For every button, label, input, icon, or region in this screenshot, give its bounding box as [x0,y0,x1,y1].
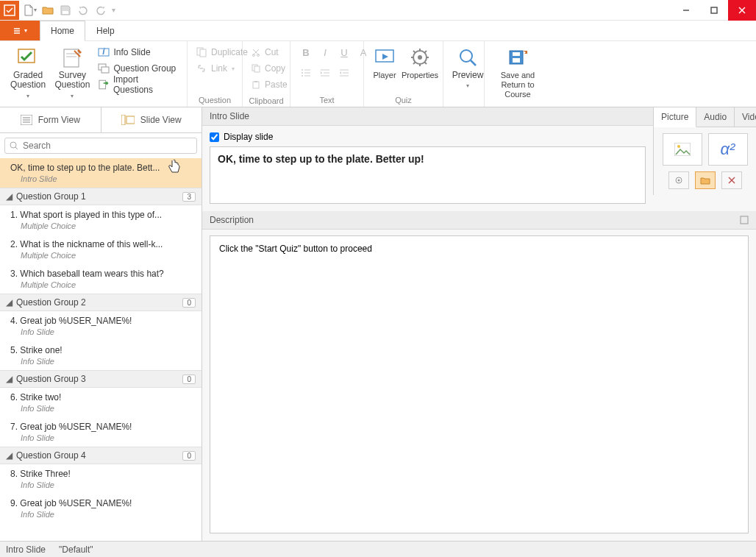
svg-rect-19 [200,49,206,57]
question-item[interactable]: 8. Strike Three!Info Slide [0,464,202,494]
import-questions-button[interactable]: Import Questions [95,77,181,93]
svg-rect-58 [121,115,125,125]
search-box[interactable] [4,138,197,154]
save-return-button[interactable]: Save and Return to Course [491,44,545,101]
group-header[interactable]: ◢Question Group 13 [0,188,202,205]
group-header[interactable]: ◢Question Group 30 [0,370,202,388]
svg-rect-24 [253,82,259,88]
left-panel: Form View Slide View OK, time to step up… [0,107,202,541]
svg-rect-1 [63,11,68,14]
bullet-list-icon[interactable] [299,66,313,79]
minimize-button[interactable] [672,0,700,21]
question-item[interactable]: 2. What is the nickname of this well-k..… [0,235,202,264]
ribbon-tab-strip: ▾ Home Help [0,21,756,41]
window-controls [672,0,756,21]
tab-home[interactable]: Home [40,21,85,41]
player-button[interactable]: Player [370,44,399,82]
formula-thumbnail[interactable]: α² [708,133,748,166]
ribbon-panel: Graded Question ▾ Survey Question ▾ i In… [0,41,756,107]
paste-button[interactable]: Paste [249,77,290,93]
close-button[interactable] [728,0,756,21]
underline-icon[interactable]: U [338,46,351,59]
svg-rect-52 [513,58,520,63]
editor-panel: Intro Slide Display slide OK, time to st… [202,107,756,541]
question-item[interactable]: 4. Great job %USER_NAME%!Info Slide [0,311,202,341]
file-tab[interactable]: ▾ [0,21,40,40]
survey-question-button[interactable]: Survey Question ▾ [50,44,94,102]
new-file-icon[interactable]: ▾ [24,4,37,17]
question-item[interactable]: 6. Strike two!Info Slide [0,388,202,417]
group-label-question: Question [188,95,242,107]
graded-question-button[interactable]: Graded Question ▾ [6,44,50,102]
maximize-button[interactable] [700,0,728,21]
app-icon [0,1,19,20]
tab-form-view[interactable]: Form View [0,107,101,132]
bold-icon[interactable]: B [299,46,313,59]
slide-list: OK, time to step up to the plate. Bett..… [0,158,202,541]
link-button[interactable]: Link▾ [193,60,238,77]
svg-point-63 [677,145,680,148]
outdent-icon[interactable] [318,66,332,79]
svg-point-28 [302,72,303,74]
save-icon[interactable] [59,4,72,17]
svg-point-21 [257,54,260,57]
titlebar: ▾ ▾ [0,0,756,21]
svg-point-20 [253,54,255,57]
svg-rect-68 [741,216,748,224]
svg-point-30 [302,75,303,77]
svg-rect-3 [711,7,717,13]
indent-icon[interactable] [338,66,351,79]
description-textbox[interactable]: Click the "Start Quiz" button to proceed [210,235,749,533]
italic-icon[interactable]: I [318,46,332,59]
svg-rect-53 [513,52,520,56]
preview-button[interactable]: Preview▾ [449,44,486,92]
search-input[interactable] [23,141,192,151]
media-open-button[interactable] [695,171,716,189]
title-textbox[interactable]: OK, time to step up to the plate. Better… [210,146,646,204]
display-slide-checkbox[interactable]: Display slide [210,132,646,142]
search-icon [10,141,18,150]
svg-rect-23 [254,66,260,72]
undo-icon[interactable] [76,4,90,17]
question-item[interactable]: 9. Great job %USER_NAME%!Info Slide [0,494,202,523]
tab-video[interactable]: Video [735,107,756,127]
group-header[interactable]: ◢Question Group 40 [0,447,202,464]
svg-point-60 [10,142,16,148]
svg-point-26 [302,69,303,71]
svg-line-47 [413,62,416,64]
group-label-text: Text [290,95,363,107]
group-header[interactable]: ◢Question Group 20 [0,294,202,311]
group-label-clipboard: Clipboard [243,96,290,107]
svg-rect-16 [101,67,109,73]
svg-rect-17 [99,80,105,89]
media-delete-button[interactable] [721,171,742,189]
svg-rect-25 [254,81,257,82]
cut-button[interactable]: Cut [249,44,282,60]
expand-icon[interactable] [740,216,749,224]
question-item[interactable]: 1. What sport is played in this type of.… [0,205,202,235]
quick-access-toolbar: ▾ ▾ [19,4,120,17]
svg-line-61 [15,147,18,149]
tab-picture[interactable]: Picture [654,107,696,127]
status-template: "Default" [59,544,93,555]
question-item[interactable]: 7. Great job %USER_NAME%!Info Slide [0,417,202,447]
intro-slide-item[interactable]: OK, time to step up to the plate. Bett..… [0,158,202,188]
copy-button[interactable]: Copy [249,60,288,77]
question-item[interactable]: 3. Which baseball team wears this hat?Mu… [0,264,202,294]
svg-rect-59 [126,116,135,124]
svg-line-46 [424,62,427,64]
description-header: Description [202,211,756,230]
svg-point-40 [418,55,422,60]
media-settings-button[interactable] [668,171,689,189]
tab-help[interactable]: Help [85,21,126,40]
tab-slide-view[interactable]: Slide View [101,107,202,132]
tab-audio[interactable]: Audio [696,107,735,127]
properties-button[interactable]: Properties [399,44,441,82]
image-thumbnail[interactable] [663,133,702,166]
info-slide-button[interactable]: i Info Slide [95,44,181,60]
svg-line-48 [424,51,427,53]
redo-icon[interactable] [94,4,107,17]
qat-customize-icon[interactable]: ▾ [112,6,115,14]
question-item[interactable]: 5. Strike one!Info Slide [0,341,202,370]
open-icon[interactable] [41,4,54,17]
